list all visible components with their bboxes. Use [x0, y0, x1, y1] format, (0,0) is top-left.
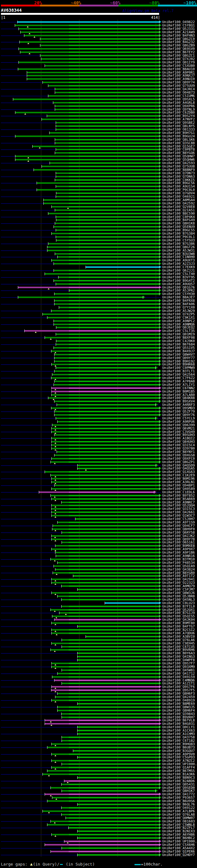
hit-label[interactable]: UniRef100_O49159	[162, 675, 195, 679]
hit-bar[interactable]	[55, 361, 159, 362]
hit-bar[interactable]	[52, 700, 159, 701]
hit-bar[interactable]	[52, 391, 159, 392]
hit-bar[interactable]	[62, 814, 159, 815]
hit-bar[interactable]	[56, 240, 159, 241]
hit-bar[interactable]	[64, 780, 159, 782]
hit-bar[interactable]	[52, 428, 159, 429]
hit-bar[interactable]	[52, 508, 159, 509]
hit-bar[interactable]	[34, 169, 159, 170]
hit-bar[interactable]	[62, 763, 159, 765]
hit-bar[interactable]	[53, 572, 159, 574]
hit-bar[interactable]	[52, 666, 159, 668]
hit-bar[interactable]	[52, 512, 159, 513]
hit-bar[interactable]	[62, 683, 159, 684]
hit-label[interactable]: UniRef100_C9EH45	[162, 642, 195, 645]
hit-bar[interactable]	[58, 710, 159, 711]
hit-bar[interactable]	[45, 65, 159, 66]
hit-bar[interactable]	[62, 502, 159, 503]
hit-bar[interactable]	[55, 354, 159, 355]
hit-bar[interactable]	[52, 350, 159, 352]
hit-bar[interactable]	[52, 760, 159, 762]
hit-bar[interactable]	[45, 794, 159, 795]
hit-bar[interactable]	[52, 505, 159, 506]
hit-bar[interactable]	[77, 804, 159, 805]
hit-bar[interactable]	[55, 152, 159, 154]
hit-bar[interactable]	[45, 723, 159, 724]
hit-bar[interactable]	[42, 166, 159, 167]
hit-bar[interactable]	[47, 824, 159, 826]
hit-bar[interactable]	[51, 559, 159, 560]
hit-bar[interactable]	[54, 323, 159, 325]
hit-bar[interactable]	[52, 616, 159, 617]
hit-bar[interactable]	[45, 844, 159, 845]
hit-bar[interactable]	[58, 706, 159, 708]
hit-bar[interactable]	[50, 132, 159, 134]
hit-bar[interactable]	[52, 538, 159, 540]
hit-bar[interactable]	[62, 713, 159, 715]
hit-bar[interactable]	[41, 58, 159, 60]
hit-bar[interactable]	[52, 431, 159, 433]
hit-bar[interactable]	[69, 827, 159, 829]
hit-bar[interactable]	[52, 444, 159, 446]
hit-bar[interactable]	[55, 209, 159, 211]
hit-bar[interactable]	[58, 693, 159, 694]
hit-bar[interactable]	[19, 48, 159, 50]
hit-bar[interactable]	[62, 790, 155, 792]
hit-bar[interactable]	[56, 173, 159, 174]
hit-bar[interactable]	[52, 233, 159, 234]
hit-bar[interactable]	[52, 643, 159, 644]
hit-bar[interactable]	[48, 95, 159, 97]
hit-bar[interactable]	[75, 518, 159, 520]
hit-bar[interactable]	[52, 689, 159, 691]
hit-bar[interactable]	[52, 548, 159, 550]
hit-label[interactable]: UniRef100_B0M1B5	[162, 390, 195, 393]
hit-bar[interactable]	[55, 179, 159, 181]
hit-bar[interactable]	[77, 468, 159, 469]
hit-bar[interactable]	[43, 82, 159, 83]
hit-bar[interactable]	[62, 670, 159, 671]
hit-bar[interactable]	[18, 287, 159, 288]
hit-bar[interactable]	[40, 38, 159, 40]
hit-bar[interactable]	[18, 68, 159, 70]
hit-bar[interactable]	[55, 105, 159, 107]
hit-bar[interactable]	[62, 639, 159, 641]
hit-bar[interactable]	[55, 401, 159, 402]
hit-bar[interactable]	[52, 424, 159, 426]
hit-label[interactable]: UniRef100_Q4ZJK2	[162, 534, 195, 537]
hit-bar[interactable]	[56, 327, 159, 328]
hit-bar[interactable]	[52, 662, 159, 664]
hit-bar[interactable]	[52, 481, 159, 483]
hit-bar[interactable]	[55, 411, 159, 412]
hit-bar[interactable]	[52, 686, 159, 688]
hit-label[interactable]: UniRef100_Q05431	[162, 783, 195, 786]
hit-bar[interactable]	[59, 612, 159, 614]
hit-bar[interactable]	[56, 283, 159, 285]
hit-bar[interactable]	[45, 471, 159, 473]
hit-bar[interactable]	[52, 676, 159, 678]
hit-bar[interactable]	[45, 720, 159, 721]
hit-bar[interactable]	[47, 250, 159, 251]
hit-bar[interactable]	[58, 256, 159, 258]
hit-bar[interactable]	[73, 750, 159, 752]
hit-bar[interactable]	[52, 629, 159, 630]
hit-bar[interactable]	[56, 367, 156, 369]
hit-bar[interactable]	[43, 773, 159, 775]
hit-bar[interactable]	[52, 535, 159, 537]
hit-bar[interactable]	[54, 226, 159, 227]
hit-bar[interactable]	[48, 85, 159, 87]
hit-bar[interactable]	[77, 656, 159, 657]
hit-label[interactable]: UniRef100_Q9XPR6	[162, 104, 195, 108]
hit-bar[interactable]	[13, 98, 159, 100]
hit-bar[interactable]	[52, 498, 159, 500]
hit-bar[interactable]	[56, 192, 159, 194]
hit-bar[interactable]	[56, 125, 159, 127]
hit-bar[interactable]	[19, 28, 159, 30]
hit-bar[interactable]	[58, 522, 159, 523]
hit-bar[interactable]	[47, 246, 159, 248]
hit-bar[interactable]	[52, 458, 159, 459]
hit-bar[interactable]	[42, 119, 159, 120]
hit-bar[interactable]	[57, 404, 155, 405]
hit-bar[interactable]	[44, 203, 159, 204]
hit-bar[interactable]	[33, 146, 159, 147]
hit-bar[interactable]	[77, 733, 159, 735]
